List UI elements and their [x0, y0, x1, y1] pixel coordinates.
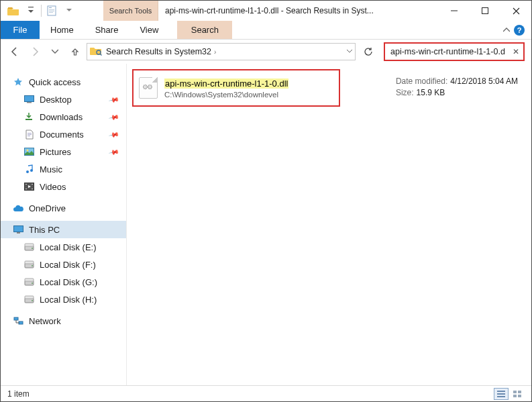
share-tab[interactable]: Share	[85, 21, 129, 39]
network-icon	[13, 315, 23, 326]
nav-label: Local Disk (E:)	[40, 242, 97, 252]
date-modified-value: 4/12/2018 5:04 AM	[450, 76, 518, 87]
search-tab[interactable]: Search	[177, 21, 232, 39]
svg-rect-11	[25, 119, 32, 120]
this-pc-node[interactable]: This PC	[1, 221, 126, 238]
downloads-icon	[23, 111, 34, 122]
svg-rect-2	[49, 7, 52, 8]
svg-rect-42	[497, 396, 505, 397]
disk-e-node[interactable]: Local Disk (E:)	[1, 238, 126, 256]
ribbon-collapse-icon[interactable]	[503, 28, 510, 33]
search-input-value: api-ms-win-crt-runtime-l1-1-0.d	[390, 47, 505, 56]
result-filename: api-ms-win-crt-runtime-l1-1-0.dll	[164, 79, 288, 89]
up-button[interactable]	[66, 43, 84, 60]
disk-g-node[interactable]: Local Disk (G:)	[1, 273, 126, 291]
pictures-node[interactable]: Pictures 📌	[1, 143, 126, 160]
disk-icon	[23, 294, 34, 305]
forward-button[interactable]	[26, 43, 44, 60]
onedrive-node[interactable]: OneDrive	[1, 199, 126, 217]
content-pane: ⚙⚙ api-ms-win-crt-runtime-l1-1-0.dll C:\…	[127, 64, 531, 385]
file-tab[interactable]: File	[1, 21, 40, 39]
qat-dropdown2-icon[interactable]	[60, 2, 78, 19]
size-label: Size:	[396, 87, 414, 99]
address-bar[interactable]: Search Results in System32 ›	[87, 43, 356, 60]
maximize-button[interactable]	[470, 1, 500, 21]
svg-point-17	[26, 170, 29, 173]
svg-point-18	[30, 169, 33, 172]
nav-label: Local Disk (G:)	[40, 277, 97, 287]
svg-point-28	[32, 248, 33, 249]
minimize-button[interactable]	[439, 1, 470, 21]
navigation-pane: Quick access Desktop 📌 Downloads 📌 Docum…	[1, 64, 127, 385]
disk-icon	[23, 242, 34, 252]
quick-access-node[interactable]: Quick access	[1, 73, 126, 91]
search-input[interactable]: api-ms-win-crt-runtime-l1-1-0.d ✕	[384, 42, 525, 61]
window-title: api-ms-win-crt-runtime-l1-1-0.dll - Sear…	[158, 1, 439, 21]
svg-rect-40	[497, 391, 505, 392]
pictures-icon	[23, 146, 34, 157]
separator	[41, 5, 42, 17]
disk-icon	[23, 277, 34, 287]
svg-point-34	[32, 283, 33, 284]
icons-view-button[interactable]	[510, 388, 525, 400]
music-node[interactable]: Music	[1, 160, 126, 178]
search-tools-tab-context[interactable]: Search Tools	[103, 1, 158, 21]
nav-label: Videos	[40, 182, 66, 192]
svg-rect-44	[518, 391, 521, 393]
breadcrumb[interactable]: Search Results in System32 ›	[106, 47, 216, 56]
nav-label: Desktop	[40, 95, 72, 105]
search-result-item[interactable]: ⚙⚙ api-ms-win-crt-runtime-l1-1-0.dll C:\…	[132, 69, 340, 107]
desktop-node[interactable]: Desktop 📌	[1, 91, 126, 108]
breadcrumb-text: Search Results in System32	[106, 47, 211, 56]
disk-f-node[interactable]: Local Disk (F:)	[1, 256, 126, 273]
svg-rect-0	[28, 7, 34, 7]
address-row: Search Results in System32 › api-ms-win-…	[1, 40, 531, 64]
nav-label: This PC	[29, 225, 60, 235]
nav-label: Downloads	[40, 112, 83, 122]
properties-icon[interactable]	[43, 2, 60, 19]
nav-label: Network	[29, 316, 61, 326]
details-view-button[interactable]	[494, 388, 509, 400]
help-icon[interactable]: ?	[514, 25, 525, 36]
cloud-icon	[13, 203, 23, 213]
svg-rect-4	[49, 11, 54, 11]
search-tools-label: Search Tools	[109, 7, 152, 15]
svg-rect-10	[27, 102, 32, 103]
nav-label: Documents	[40, 130, 84, 140]
nav-label: OneDrive	[29, 203, 66, 213]
svg-rect-24	[13, 225, 23, 232]
downloads-node[interactable]: Downloads 📌	[1, 108, 126, 125]
nav-label: Pictures	[40, 147, 71, 157]
svg-rect-46	[518, 395, 521, 397]
refresh-button[interactable]	[360, 43, 377, 60]
result-path: C:\Windows\System32\downlevel	[164, 91, 288, 99]
recent-locations-button[interactable]	[46, 43, 64, 60]
nav-label: Music	[40, 164, 62, 174]
documents-node[interactable]: Documents 📌	[1, 125, 126, 143]
chevron-right-icon: ›	[214, 48, 216, 56]
documents-icon	[23, 129, 34, 140]
svg-point-31	[32, 265, 33, 266]
svg-rect-30	[25, 261, 34, 264]
star-icon	[13, 77, 23, 87]
qat-dropdown-icon[interactable]	[22, 2, 40, 19]
address-dropdown-icon[interactable]	[347, 50, 352, 54]
folder-icon[interactable]	[5, 2, 22, 19]
pin-icon: 📌	[109, 111, 119, 122]
svg-rect-13	[28, 134, 32, 135]
gear-icon: ⚙⚙	[142, 83, 152, 91]
clear-search-icon[interactable]: ✕	[513, 47, 519, 56]
network-node[interactable]: Network	[1, 312, 126, 330]
videos-node[interactable]: Videos	[1, 178, 126, 195]
back-button[interactable]	[6, 43, 23, 60]
disk-h-node[interactable]: Local Disk (H:)	[1, 291, 126, 308]
explorer-window: Search Tools api-ms-win-crt-runtime-l1-1…	[0, 0, 532, 402]
pin-icon: 📌	[109, 146, 119, 157]
svg-rect-45	[513, 395, 517, 397]
close-button[interactable]	[500, 1, 531, 21]
pc-icon	[13, 224, 23, 235]
home-tab[interactable]: Home	[40, 21, 85, 39]
desktop-icon	[23, 94, 34, 105]
disk-icon	[23, 259, 34, 270]
view-tab[interactable]: View	[129, 21, 169, 39]
